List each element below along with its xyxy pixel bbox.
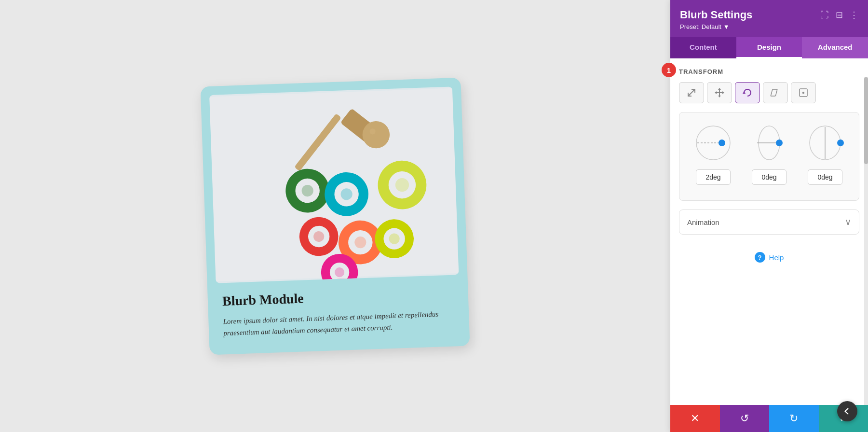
svg-marker-31 bbox=[715, 91, 717, 94]
animation-header[interactable]: Animation ∨ bbox=[679, 210, 859, 234]
tab-design[interactable]: Design bbox=[736, 37, 802, 58]
canvas-area: Blurb Module Lorem ipsum dolor sit amet.… bbox=[0, 0, 670, 432]
scale-btn[interactable] bbox=[679, 82, 704, 103]
redo-button[interactable]: ↻ bbox=[769, 405, 819, 432]
svg-point-39 bbox=[719, 139, 725, 146]
transform-label: Transform bbox=[679, 68, 859, 75]
blurb-card-title: Blurb Module bbox=[222, 285, 454, 309]
y-rotate-input[interactable] bbox=[752, 169, 787, 185]
svg-rect-34 bbox=[771, 89, 777, 96]
svg-line-26 bbox=[688, 89, 695, 96]
step-badge: 1 bbox=[662, 63, 676, 77]
panel-header: Blurb Settings ⛶ ⊟ ⋮ Preset: Default ▼ bbox=[670, 0, 868, 37]
transform-visual bbox=[679, 112, 859, 201]
svg-rect-36 bbox=[802, 92, 804, 94]
panel-preset[interactable]: Preset: Default ▼ bbox=[680, 23, 858, 30]
rotate-btn[interactable] bbox=[735, 82, 760, 103]
svg-marker-30 bbox=[718, 96, 721, 98]
undo-button[interactable]: ↺ bbox=[720, 405, 770, 432]
fullscreen-icon[interactable]: ⛶ bbox=[820, 10, 829, 20]
panel-header-icons: ⛶ ⊟ ⋮ bbox=[820, 10, 858, 20]
tab-advanced[interactable]: Advanced bbox=[802, 37, 868, 58]
preset-label: Preset: Default bbox=[680, 23, 721, 30]
skew-btn[interactable] bbox=[763, 82, 788, 103]
panel-tabs: Content Design Advanced bbox=[670, 37, 868, 58]
panel-title: Blurb Settings bbox=[680, 9, 752, 21]
help-icon: ? bbox=[755, 252, 765, 263]
move-btn[interactable] bbox=[707, 82, 732, 103]
preset-arrow: ▼ bbox=[723, 23, 730, 30]
blurb-card-image bbox=[209, 86, 459, 283]
blurb-card: Blurb Module Lorem ipsum dolor sit amet.… bbox=[200, 77, 470, 355]
svg-marker-33 bbox=[743, 91, 746, 94]
x-rotate-wrap bbox=[692, 121, 735, 185]
help-row[interactable]: ? Help bbox=[679, 243, 859, 266]
transform-icons-row bbox=[679, 82, 859, 103]
transform-section: Transform bbox=[679, 68, 859, 201]
panel-body: Transform bbox=[670, 58, 868, 405]
blurb-card-body: Blurb Module Lorem ipsum dolor sit amet.… bbox=[216, 275, 461, 339]
y-rotate-wrap bbox=[747, 121, 791, 185]
animation-section: Animation ∨ bbox=[679, 209, 859, 235]
help-label: Help bbox=[769, 253, 784, 262]
z-rotate-wrap bbox=[803, 121, 847, 185]
animation-chevron-icon: ∨ bbox=[845, 217, 851, 227]
svg-point-42 bbox=[776, 139, 783, 146]
svg-marker-32 bbox=[722, 91, 724, 94]
scroll-track bbox=[864, 77, 868, 405]
tab-content[interactable]: Content bbox=[670, 37, 736, 58]
svg-marker-29 bbox=[718, 88, 721, 90]
origin-btn[interactable] bbox=[791, 82, 816, 103]
panel-header-top: Blurb Settings ⛶ ⊟ ⋮ bbox=[680, 9, 858, 21]
transform-circles-row bbox=[685, 121, 853, 185]
cancel-button[interactable]: ✕ bbox=[670, 405, 720, 432]
scroll-thumb[interactable] bbox=[864, 77, 868, 164]
blurb-card-text: Lorem ipsum dolor sit amet. In nisi dolo… bbox=[223, 307, 455, 339]
settings-panel: 1 Blurb Settings ⛶ ⊟ ⋮ Preset: Default ▼… bbox=[670, 0, 868, 432]
animation-label: Animation bbox=[687, 218, 719, 226]
floating-action-button[interactable] bbox=[837, 401, 857, 421]
x-rotate-input[interactable] bbox=[696, 169, 731, 185]
more-icon[interactable]: ⋮ bbox=[850, 10, 858, 20]
columns-icon[interactable]: ⊟ bbox=[836, 10, 843, 20]
svg-point-45 bbox=[837, 139, 844, 146]
z-rotate-input[interactable] bbox=[808, 169, 842, 185]
